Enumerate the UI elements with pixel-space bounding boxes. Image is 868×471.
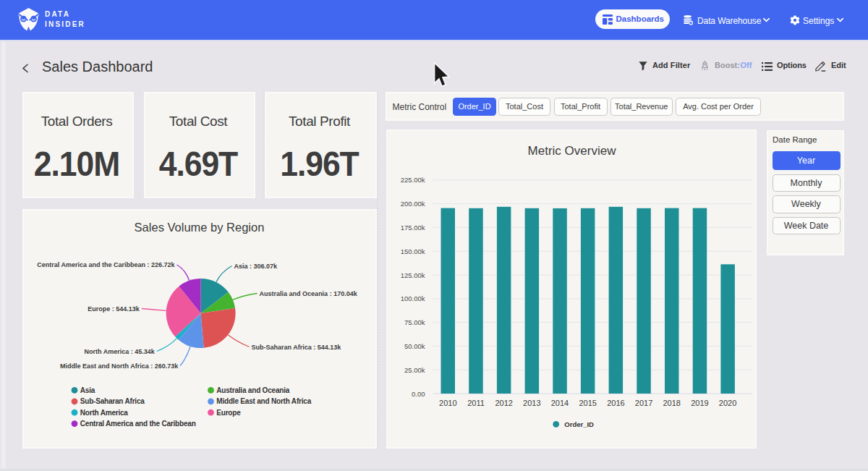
svg-text:175.00k: 175.00k bbox=[401, 224, 425, 232]
svg-text:2010: 2010 bbox=[439, 399, 456, 407]
svg-text:Europe : 544.13k: Europe : 544.13k bbox=[88, 305, 140, 313]
svg-text:150.00k: 150.00k bbox=[401, 247, 425, 255]
svg-text:125.00k: 125.00k bbox=[401, 271, 425, 279]
svg-text:50.00k: 50.00k bbox=[404, 342, 425, 350]
svg-text:North America : 45.34k: North America : 45.34k bbox=[85, 348, 156, 355]
svg-text:2018: 2018 bbox=[663, 399, 680, 407]
svg-text:Europe: Europe bbox=[216, 409, 241, 417]
svg-text:Australia and Oceania: Australia and Oceania bbox=[216, 386, 289, 394]
svg-text:75.00k: 75.00k bbox=[404, 318, 425, 326]
svg-text:2013: 2013 bbox=[523, 399, 540, 407]
svg-text:Sub-Saharan Africa : 544.13k: Sub-Saharan Africa : 544.13k bbox=[252, 344, 342, 351]
svg-text:Central America and the Caribb: Central America and the Caribbean bbox=[80, 420, 196, 428]
svg-text:Central America and the Caribb: Central America and the Caribbean : 226.… bbox=[37, 261, 175, 268]
svg-text:100.00k: 100.00k bbox=[401, 294, 425, 302]
svg-text:2014: 2014 bbox=[551, 399, 569, 407]
svg-text:North America: North America bbox=[80, 409, 129, 417]
svg-text:2012: 2012 bbox=[495, 399, 512, 407]
svg-text:2011: 2011 bbox=[467, 399, 485, 407]
svg-text:Australia and Oceania : 170.04: Australia and Oceania : 170.04k bbox=[260, 290, 358, 297]
svg-text:Asia : 306.07k: Asia : 306.07k bbox=[234, 263, 278, 270]
svg-text:25.00k: 25.00k bbox=[404, 366, 425, 374]
svg-text:225.00k: 225.00k bbox=[401, 176, 425, 184]
svg-text:200.00k: 200.00k bbox=[401, 200, 425, 208]
svg-text:2015: 2015 bbox=[579, 399, 596, 407]
svg-text:0.00: 0.00 bbox=[412, 390, 425, 398]
svg-text:Order_ID: Order_ID bbox=[564, 420, 594, 428]
svg-text:2020: 2020 bbox=[719, 399, 736, 407]
svg-text:Sub-Saharan Africa: Sub-Saharan Africa bbox=[80, 397, 145, 405]
svg-text:2019: 2019 bbox=[691, 399, 708, 407]
svg-text:2016: 2016 bbox=[607, 399, 624, 407]
svg-text:Sales Volume by Region: Sales Volume by Region bbox=[135, 221, 265, 234]
svg-text:Middle East and North Africa: Middle East and North Africa bbox=[216, 397, 311, 405]
svg-text:Asia: Asia bbox=[80, 386, 95, 394]
svg-text:2017: 2017 bbox=[635, 399, 652, 407]
svg-text:Metric Overview: Metric Overview bbox=[528, 144, 617, 158]
svg-text:Middle East and North Africa :: Middle East and North Africa : 260.73k bbox=[60, 362, 179, 370]
